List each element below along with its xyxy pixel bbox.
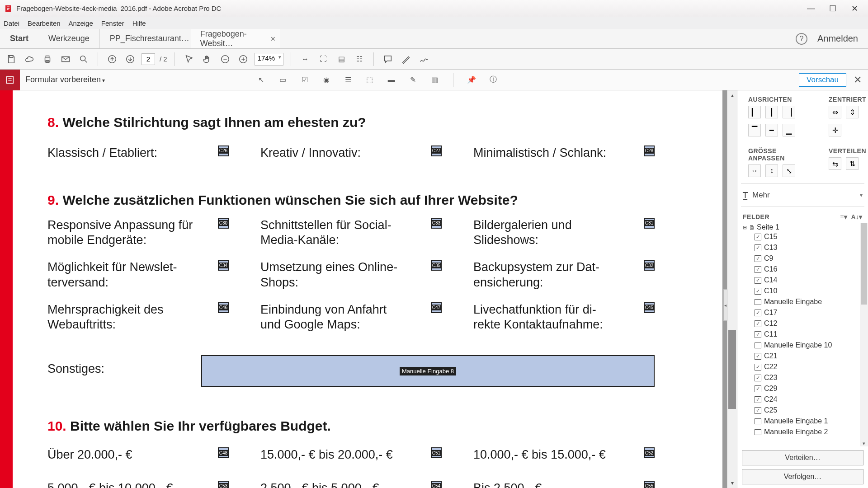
center-v-icon[interactable]: ⇕ [846, 106, 859, 118]
track-button[interactable]: Verfolgen… [742, 469, 863, 484]
hand-icon[interactable] [200, 52, 214, 66]
distrib-h-icon[interactable]: ⇆ [829, 157, 841, 170]
field-item[interactable]: Manuelle Eingabe [742, 296, 866, 307]
size-both-icon[interactable]: ⤡ [783, 164, 795, 177]
page-down-icon[interactable] [123, 52, 137, 66]
tree-scrollbar[interactable]: ▾ [860, 223, 868, 446]
page-number-input[interactable] [142, 53, 155, 65]
checkbox-c26[interactable]: C26 [218, 145, 229, 156]
checkbox-c27[interactable]: C27 [431, 145, 442, 156]
barcode-icon[interactable]: ▥ [429, 74, 441, 86]
size-w-icon[interactable]: ↔ [748, 164, 761, 177]
field-item[interactable]: ✓C21 [742, 351, 866, 361]
order-icon[interactable]: A↓▾ [851, 213, 863, 221]
comment-icon[interactable] [381, 52, 395, 66]
tab-doc-2[interactable]: Fragebogen-Websit…✕ [190, 29, 280, 48]
sort-icon[interactable]: ≡▾ [840, 213, 847, 221]
field-item[interactable]: ✓C9 [742, 253, 866, 264]
center-h-icon[interactable]: ⇔ [829, 106, 841, 118]
preview-button[interactable]: Vorschau [799, 73, 846, 87]
checkbox-c32[interactable]: C32 [644, 260, 655, 271]
checkbox-c33[interactable]: C33 [431, 218, 442, 229]
distrib-v-icon[interactable]: ⇅ [846, 157, 859, 170]
field-item[interactable]: ✓C22 [742, 361, 866, 372]
field-item[interactable]: ✓C24 [742, 394, 866, 405]
close-panel-icon[interactable]: ✕ [854, 74, 862, 86]
fit-width-icon[interactable]: ↔ [298, 52, 312, 66]
checkbox-c31[interactable]: C31 [644, 218, 655, 229]
signature-icon[interactable]: ✎ [407, 74, 420, 86]
tab-doc-1[interactable]: PP_Fischrestaurant… [99, 29, 190, 48]
tab-start[interactable]: Start [0, 29, 38, 48]
minimize-button[interactable]: — [806, 3, 816, 14]
field-item[interactable]: ✓C17 [742, 307, 866, 318]
fields-tree[interactable]: ▾ ⊟ 🗎 Seite 1 ✓C15✓C13✓C9✓C16✓C14✓C10Man… [737, 223, 868, 446]
checkbox-c55[interactable]: C55 [644, 481, 655, 488]
size-h-icon[interactable]: ↕ [765, 164, 778, 177]
field-item[interactable]: ✓C25 [742, 405, 866, 416]
save-icon[interactable] [5, 52, 18, 66]
form-tool-name[interactable]: Formular vorbereiten [25, 75, 105, 84]
menu-edit[interactable]: Bearbeiten [28, 19, 61, 27]
maximize-button[interactable]: ☐ [827, 3, 838, 14]
field-item[interactable]: ✓C10 [742, 286, 866, 296]
checkbox-c35[interactable]: C35 [431, 260, 442, 271]
checkbox-c48[interactable]: C48 [218, 447, 229, 458]
signin-link[interactable]: Anmelden [817, 33, 858, 44]
mail-icon[interactable] [59, 52, 72, 66]
menu-file[interactable]: Datei [4, 19, 19, 27]
select-object-icon[interactable]: ↖ [255, 74, 268, 86]
menu-view[interactable]: Anzeige [69, 19, 93, 27]
scroll-up-icon[interactable]: ▴ [727, 90, 737, 100]
field-item[interactable]: ✓C11 [742, 329, 866, 340]
cloud-icon[interactable] [23, 52, 36, 66]
field-item[interactable]: Manuelle Eingabe 1 [742, 416, 866, 427]
info-icon[interactable]: ⓘ [487, 74, 500, 86]
field-item[interactable]: ✓C29 [742, 383, 866, 394]
help-icon[interactable]: ? [796, 33, 807, 45]
fit-page-icon[interactable]: ⛶ [316, 52, 330, 66]
align-middle-icon[interactable]: ━ [765, 124, 778, 136]
menu-window[interactable]: Fenster [101, 19, 124, 27]
checkbox-c45[interactable]: C45 [644, 302, 655, 313]
vertical-scrollbar[interactable]: ▴ ▾ ◂ [727, 90, 737, 488]
tree-page-node[interactable]: ⊟ 🗎 Seite 1 [742, 223, 866, 231]
read-mode-icon[interactable]: ☷ [353, 52, 366, 66]
print-icon[interactable] [41, 52, 54, 66]
close-tab-icon[interactable]: ✕ [270, 35, 276, 42]
checkbox-c46[interactable]: C46 [218, 302, 229, 313]
select-icon[interactable] [182, 52, 196, 66]
checkbox-c52[interactable]: C52 [644, 447, 655, 458]
checkbox-c30[interactable]: C30 [218, 218, 229, 229]
menu-help[interactable]: Hilfe [132, 19, 146, 27]
zoom-in-icon[interactable] [236, 52, 250, 66]
align-top-icon[interactable]: ▔ [748, 124, 761, 136]
scroll-down-icon[interactable]: ▾ [727, 478, 737, 488]
field-item[interactable]: ✓C14 [742, 275, 866, 286]
button-icon[interactable]: ▬ [385, 74, 398, 86]
right-panel-toggle[interactable]: ◂ [723, 289, 727, 321]
field-item[interactable]: ✓C23 [742, 372, 866, 383]
text-field-icon[interactable]: ▭ [277, 74, 289, 86]
close-button[interactable]: ✕ [849, 3, 860, 14]
form-tool-icon[interactable] [0, 70, 20, 90]
checkbox-c28[interactable]: C28 [644, 145, 655, 156]
field-item[interactable]: Manuelle Eingabe 10 [742, 340, 866, 351]
checkbox-c47[interactable]: C47 [431, 302, 442, 313]
align-left-icon[interactable]: ▎ [748, 106, 761, 118]
highlight-icon[interactable] [399, 52, 413, 66]
center-both-icon[interactable]: ✛ [829, 124, 841, 136]
tab-tools[interactable]: Werkzeuge [38, 29, 99, 48]
radio-icon[interactable]: ◉ [320, 74, 333, 86]
page-up-icon[interactable] [105, 52, 119, 66]
field-item[interactable]: ✓C13 [742, 242, 866, 253]
zoom-select[interactable]: 174% [255, 53, 283, 66]
scroll-thumb[interactable] [728, 330, 736, 409]
reflow-icon[interactable]: ▤ [335, 52, 348, 66]
checkbox-c54[interactable]: C54 [431, 481, 442, 488]
distribute-button[interactable]: Verteilen… [742, 450, 863, 465]
search-icon[interactable] [77, 52, 90, 66]
text-field-manuelle-8[interactable]: Manuelle Eingabe 8 [201, 355, 655, 387]
field-item[interactable]: Manuelle Eingabe 2 [742, 427, 866, 437]
field-item[interactable]: ✓C16 [742, 264, 866, 275]
